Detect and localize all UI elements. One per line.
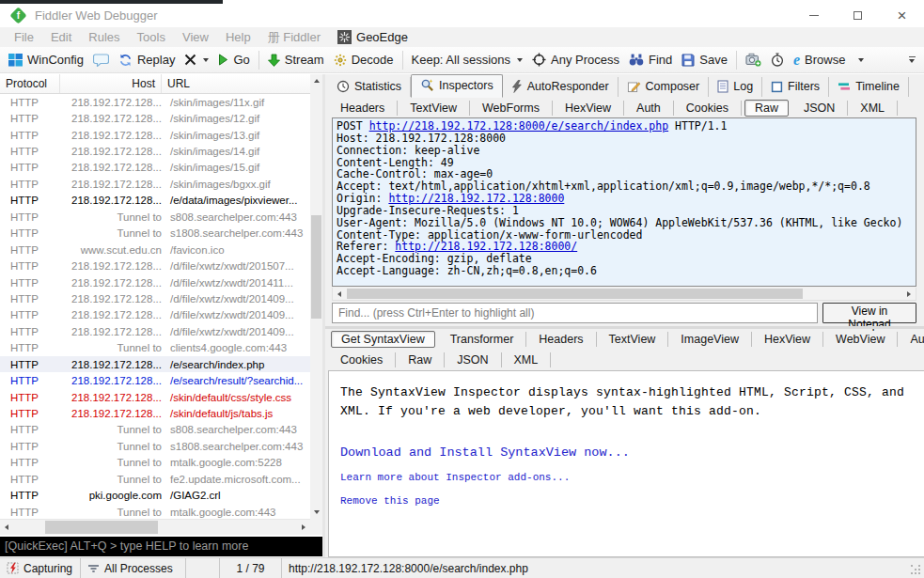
column-header-protocol[interactable]: Protocol (0, 74, 60, 93)
menu-item-rules[interactable]: Rules (80, 27, 128, 47)
session-row[interactable]: HTTP218.192.172.128.../skin/images/11x.g… (0, 94, 310, 110)
menu-item-edit[interactable]: Edit (42, 27, 80, 47)
session-row[interactable]: HTTPTunnel tos1808.searchelper.com:443 (0, 226, 310, 242)
menu-item-geoedge[interactable]: GeoEdge (329, 27, 416, 47)
session-row[interactable]: HTTPTunnel tos1808.searchelper.com:443 (0, 438, 310, 454)
session-row[interactable]: HTTP218.192.172.128.../skin/default/css/… (0, 389, 310, 405)
horizontal-scroll-thumb[interactable] (347, 289, 803, 299)
decode-button[interactable]: Decode (329, 49, 399, 71)
resize-grip-icon[interactable] (911, 565, 921, 575)
remove-sessions-button[interactable] (180, 49, 213, 71)
menu-item-view[interactable]: View (174, 27, 217, 47)
request-tab-headers[interactable]: Headers (328, 101, 398, 116)
session-row[interactable]: HTTPTunnel tomtalk.google.com:443 (0, 504, 310, 519)
session-row[interactable]: HTTP218.192.172.128.../skin/images/12.gi… (0, 110, 310, 126)
process-filter-toggle[interactable]: All Processes (81, 558, 186, 578)
minimize-button[interactable] (791, 4, 836, 27)
request-tab-xml[interactable]: XML (848, 101, 898, 116)
response-tab-textview[interactable]: TextView (597, 332, 669, 347)
session-row[interactable]: HTTP218.192.172.128.../skin/images/13.gi… (0, 127, 310, 143)
session-row[interactable]: HTTPTunnel toclients4.google.com:443 (0, 340, 310, 356)
vertical-scroll-thumb[interactable] (311, 215, 321, 319)
request-tab-hexview[interactable]: HexView (553, 101, 624, 116)
horizontal-scroll-thumb[interactable] (45, 521, 158, 534)
capturing-toggle[interactable]: Capturing (0, 558, 81, 578)
session-row[interactable]: HTTP218.192.172.128.../d/file/xwtz/xwdt/… (0, 274, 310, 290)
session-row[interactable]: HTTPwww.scut.edu.cn/favicon.ico (0, 242, 310, 258)
session-vertical-scrollbar[interactable] (310, 74, 322, 519)
menu-item-tools[interactable]: Tools (129, 27, 174, 47)
find-input[interactable] (332, 303, 818, 323)
session-row[interactable]: HTTP218.192.172.128.../d/file/xwtz/xwdt/… (0, 323, 310, 339)
go-button[interactable]: Go (213, 49, 254, 71)
timer-button[interactable] (766, 49, 789, 71)
scroll-left-button[interactable] (0, 520, 13, 535)
session-row[interactable]: HTTPTunnel tofe2.update.microsoft.com... (0, 471, 310, 487)
menu-item-help[interactable]: Help (217, 27, 259, 47)
toolbar-overflow-button[interactable] (905, 56, 920, 63)
column-header-host[interactable]: Host (60, 74, 162, 93)
session-row[interactable]: HTTP218.192.172.128.../d/file/xwtz/xwdt/… (0, 258, 310, 273)
replay-button[interactable]: Replay (114, 49, 180, 71)
response-tab-imageview[interactable]: ImageView (668, 332, 752, 347)
response-tab-auth[interactable]: Auth (898, 332, 924, 347)
session-row[interactable]: HTTP218.192.172.128.../skin/images/15.gi… (0, 160, 310, 176)
session-row[interactable]: HTTP218.192.172.128.../skin/images/bgxx.… (0, 176, 310, 192)
any-process-button[interactable]: Any Process (527, 49, 624, 71)
session-horizontal-scrollbar[interactable] (0, 519, 310, 535)
request-tab-json[interactable]: JSON (791, 101, 848, 116)
session-row[interactable]: HTTP218.192.172.128.../e/search/result/?… (0, 372, 310, 388)
raw-request-view[interactable]: POST http://218.192.172.128:8000/e/searc… (332, 117, 916, 287)
session-row[interactable]: HTTPTunnel tomtalk.google.com:5228 (0, 455, 310, 471)
request-tab-cookies[interactable]: Cookies (674, 101, 742, 116)
quickexec-bar[interactable]: [QuickExec] ALT+Q > type HELP to learn m… (0, 537, 322, 556)
response-tab-xml[interactable]: XML (502, 352, 552, 367)
session-row[interactable]: HTTPTunnel tos808.searchelper.com:443 (0, 209, 310, 225)
tab-log[interactable]: Log (709, 77, 762, 97)
response-tab-headers[interactable]: Headers (526, 332, 596, 347)
session-row[interactable]: HTTP218.192.172.128.../e/data/images/pix… (0, 193, 310, 209)
scroll-left-button[interactable] (333, 288, 346, 300)
view-in-notepad-button[interactable]: View in Notepad (822, 303, 916, 323)
stream-button[interactable]: Stream (263, 49, 329, 71)
comment-button[interactable] (88, 49, 114, 71)
session-row[interactable]: HTTP218.192.172.128.../d/file/xwtz/xwdt/… (0, 290, 310, 306)
request-url-link[interactable]: http://218.192.172.128:8000 (388, 192, 564, 205)
request-tab-raw[interactable]: Raw (744, 100, 789, 117)
session-row[interactable]: HTTPTunnel tos808.searchelper.com:443 (0, 422, 310, 438)
tab-statistics[interactable]: Statistics (328, 77, 411, 97)
scroll-down-button[interactable] (310, 506, 322, 519)
response-tab-json[interactable]: JSON (445, 352, 501, 367)
request-tab-webforms[interactable]: WebForms (470, 101, 553, 116)
keep-sessions-dropdown[interactable]: Keep: All sessions (407, 49, 528, 71)
raw-request-horizontal-scrollbar[interactable] (332, 288, 916, 301)
save-button[interactable]: Save (677, 49, 732, 71)
request-tab-auth[interactable]: Auth (624, 101, 674, 116)
session-row[interactable]: HTTP218.192.172.128.../e/search/index.ph… (0, 356, 310, 372)
winconfig-button[interactable]: WinConfig (4, 49, 88, 71)
tab-inspectors[interactable]: Inspectors (411, 74, 503, 98)
response-tab-transformer[interactable]: Transformer (438, 332, 527, 347)
find-button[interactable]: Find (624, 49, 677, 71)
session-row[interactable]: HTTPpki.google.com/GIAG2.crl (0, 488, 310, 504)
scroll-right-button[interactable] (297, 520, 310, 535)
response-tab-raw[interactable]: Raw (396, 352, 445, 367)
syntaxview-link-learn[interactable]: Learn more about Inspector add-ons... (340, 472, 913, 483)
request-tab-textview[interactable]: TextView (398, 101, 470, 116)
session-row[interactable]: HTTP218.192.172.128.../skin/default/js/t… (0, 405, 310, 421)
session-row[interactable]: HTTP218.192.172.128.../skin/images/14.gi… (0, 143, 310, 159)
tab-filters[interactable]: Filters (762, 77, 829, 97)
request-url-link[interactable]: http://218.192.172.128:8000/e/search/ind… (369, 119, 669, 133)
tab-timeline[interactable]: Timeline (829, 77, 909, 97)
response-tab-get-syntaxview[interactable]: Get SyntaxView (331, 331, 435, 348)
screenshot-button[interactable] (741, 49, 766, 71)
maximize-button[interactable] (836, 4, 880, 27)
response-tab-webview[interactable]: WebView (823, 332, 898, 347)
response-tab-hexview[interactable]: HexView (752, 332, 823, 347)
tab-autoresponder[interactable]: AutoResponder (503, 77, 619, 97)
syntaxview-link-download[interactable]: Download and Install SyntaxView now... (340, 445, 913, 460)
menu-item-fiddler-book[interactable]: 册 Fiddler (259, 27, 329, 47)
scroll-right-button[interactable] (902, 288, 916, 300)
tab-composer[interactable]: Composer (619, 77, 710, 97)
browse-button[interactable]: Browse (789, 49, 869, 71)
